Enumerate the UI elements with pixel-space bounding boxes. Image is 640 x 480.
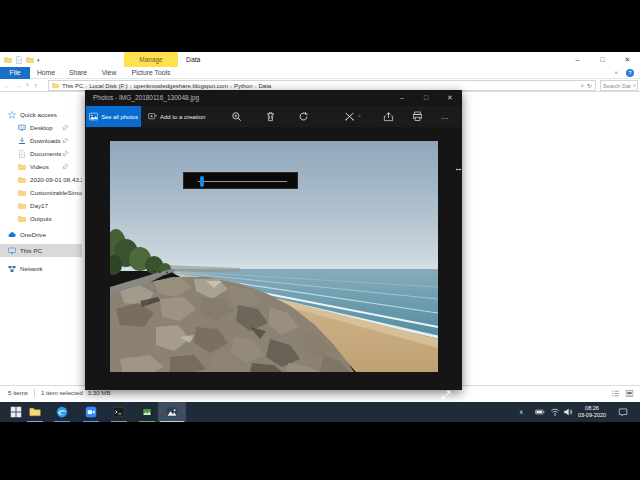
sidebar-item-folder[interactable]: Day17 [0, 199, 82, 212]
breadcrumb-item[interactable]: Data [258, 83, 271, 89]
tray-show-hidden-icon[interactable]: ∧ [519, 402, 523, 422]
contextual-tab-manage[interactable]: Manage [124, 52, 178, 67]
computer-icon [8, 247, 16, 255]
breadcrumb-item[interactable]: This PC [62, 83, 83, 89]
see-more-icon[interactable]: … [441, 106, 450, 127]
zoom-slider-panel [183, 172, 298, 189]
desktop-icon [18, 124, 26, 132]
sidebar-item-desktop[interactable]: Desktop [0, 121, 82, 134]
sidebar-item-network[interactable]: Network [0, 262, 82, 275]
see-all-photos-button[interactable]: See all photos [86, 106, 141, 127]
crop-dropdown-chevron-icon[interactable]: ˅ [358, 113, 361, 119]
photos-toolbar: See all photos Add to a creation ˅ … [85, 106, 462, 127]
sidebar-item-documents[interactable]: Documents [0, 147, 82, 160]
taskbar-zoom-app[interactable] [81, 402, 101, 422]
tab-file[interactable]: File [0, 67, 30, 79]
action-center-icon[interactable] [618, 407, 628, 417]
address-dropdown-chevron-icon[interactable]: ˅ [580, 83, 584, 89]
sidebar-item-folder[interactable]: 2020-09-01 08.43.22 [0, 173, 82, 186]
folder-icon [18, 176, 26, 184]
recent-locations-chevron-icon[interactable]: ˅ [26, 79, 29, 92]
close-button[interactable]: ✕ [438, 90, 462, 106]
download-icon [18, 137, 26, 145]
taskbar-image-app[interactable] [137, 402, 157, 422]
network-icon [8, 265, 16, 273]
tab-picture-tools[interactable]: Picture Tools [124, 67, 178, 79]
photos-titlebar: Photos - IMG_20180116_130048.jpg – □ ✕ [85, 90, 462, 106]
search-box[interactable]: ⌕ [600, 80, 638, 91]
sidebar-item-onedrive[interactable]: OneDrive [0, 228, 82, 241]
taskbar-command-prompt[interactable] [109, 402, 129, 422]
battery-icon[interactable] [534, 407, 546, 417]
close-button[interactable]: ✕ [615, 52, 640, 67]
explorer-window-icon [4, 56, 12, 64]
folder-icon [18, 215, 26, 223]
minimize-button[interactable]: – [565, 52, 590, 67]
breadcrumb-item[interactable]: Python [234, 83, 253, 89]
delete-icon[interactable] [265, 111, 276, 122]
print-icon[interactable] [412, 111, 423, 122]
taskbar-photos-active[interactable] [158, 402, 186, 422]
quick-access-toolbar: ▾ [4, 52, 40, 67]
clock-time: 08:26 [572, 405, 612, 412]
photos-app-icon [166, 406, 178, 418]
wifi-icon[interactable] [550, 407, 560, 417]
taskbar-file-explorer[interactable] [25, 402, 45, 422]
ribbon-collapse-chevron-icon[interactable]: ˅ [614, 67, 618, 79]
sidebar-item-quick-access[interactable]: Quick access [0, 108, 82, 121]
cloud-icon [8, 231, 16, 239]
breadcrumb-item[interactable]: Local Disk (F:) [89, 83, 128, 89]
breadcrumb-separator: › [85, 83, 87, 89]
status-size: 3.30 MB [88, 389, 111, 396]
file-explorer-icon [29, 406, 41, 418]
taskbar-clock[interactable]: 08:26 03-09-2020 [572, 405, 612, 419]
help-icon[interactable]: ? [626, 69, 634, 77]
sidebar-item-folder[interactable]: CustomizableSimul [0, 186, 82, 199]
new-folder-icon[interactable] [26, 56, 34, 64]
maximize-button[interactable]: □ [590, 52, 615, 67]
explorer-window-title: Data [186, 52, 200, 67]
sidebar-item-folder[interactable]: Outputs [0, 212, 82, 225]
zoom-slider-thumb[interactable] [200, 176, 204, 187]
qat-customize-chevron-icon[interactable]: ▾ [37, 57, 40, 63]
photo-gallery-icon [89, 112, 98, 121]
status-items-count: 5 items [8, 389, 28, 396]
start-button[interactable] [6, 402, 26, 422]
up-icon[interactable]: ↑ [34, 79, 38, 92]
fullscreen-expand-icon[interactable] [440, 389, 452, 401]
breadcrumb-separator: › [130, 83, 132, 89]
refresh-icon[interactable]: ↻ [587, 82, 592, 89]
forward-icon[interactable]: → [15, 79, 22, 92]
screenshot-stage: ▾ Manage Data – □ ✕ File Home Share View… [0, 0, 640, 480]
share-icon[interactable] [383, 111, 394, 122]
sidebar-item-downloads[interactable]: Downloads [0, 134, 82, 147]
star-icon [8, 111, 16, 119]
breadcrumb-separator: › [230, 83, 232, 89]
tab-home[interactable]: Home [30, 67, 62, 79]
add-to-creation-icon [148, 112, 157, 121]
taskbar: ∧ 08:26 03-09-2020 [0, 402, 640, 422]
horizontal-resize-cursor: ↔ [454, 163, 463, 173]
add-to-creation-button[interactable]: Add to a creation [148, 106, 205, 127]
details-view-icon[interactable] [611, 389, 620, 398]
tab-view[interactable]: View [94, 67, 124, 79]
photo-viewer-area [85, 127, 462, 390]
maximize-button[interactable]: □ [414, 90, 438, 106]
document-icon [18, 150, 26, 158]
sidebar-item-videos[interactable]: Videos [0, 160, 82, 173]
search-input[interactable] [601, 81, 631, 90]
sidebar-item-this-pc[interactable]: This PC [0, 244, 82, 257]
breadcrumb-item[interactable]: openknowledgeshare.blogspot.com [134, 83, 228, 89]
zoom-icon[interactable] [231, 111, 242, 122]
crop-edit-icon[interactable] [344, 111, 355, 122]
zoom-slider-track[interactable] [198, 181, 287, 182]
taskbar-edge[interactable] [52, 402, 72, 422]
pin-icon [62, 163, 69, 170]
rotate-icon[interactable] [298, 111, 309, 122]
back-icon[interactable]: ← [4, 79, 11, 92]
properties-icon[interactable] [15, 56, 23, 64]
tab-share[interactable]: Share [62, 67, 94, 79]
minimize-button[interactable]: – [390, 90, 414, 106]
folder-icon [18, 189, 26, 197]
thumbnail-view-icon[interactable] [625, 389, 634, 398]
